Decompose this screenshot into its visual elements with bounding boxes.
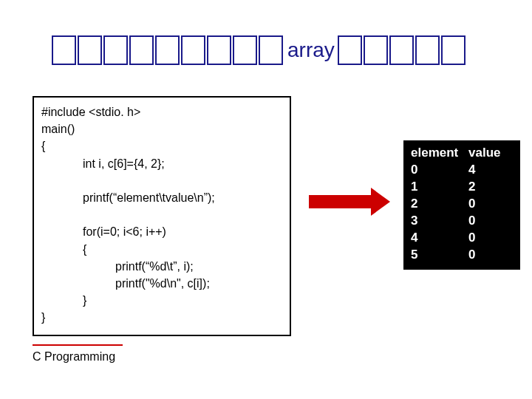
code-line: } bbox=[41, 309, 282, 326]
output-row: 20 bbox=[411, 196, 513, 213]
placeholder-glyph-icon bbox=[233, 35, 257, 65]
output-cell-element: 1 bbox=[411, 179, 468, 196]
code-line bbox=[41, 206, 282, 223]
placeholder-glyph-icon bbox=[364, 35, 388, 65]
slide-title: array bbox=[52, 28, 467, 72]
output-cell-element: 5 bbox=[411, 247, 468, 264]
program-output: element value 041220304050 bbox=[403, 140, 520, 270]
code-line: { bbox=[41, 137, 282, 154]
arrow-right-icon bbox=[309, 191, 390, 213]
output-cell-value: 4 bbox=[468, 162, 475, 179]
placeholder-glyph-icon bbox=[103, 35, 128, 65]
placeholder-glyph-icon bbox=[181, 35, 205, 65]
output-cell-value: 0 bbox=[468, 247, 475, 264]
code-line: printf(“element\tvalue\n”); bbox=[41, 189, 282, 206]
output-cell-element: 3 bbox=[411, 213, 468, 230]
placeholder-glyph-icon bbox=[338, 35, 362, 65]
placeholder-glyph-icon bbox=[155, 35, 180, 65]
code-line: printf(“%d\t”, i); bbox=[41, 258, 282, 275]
placeholder-glyph-icon bbox=[78, 35, 102, 65]
code-line: printf("%d\n", c[i]); bbox=[41, 275, 282, 292]
code-line: #include <stdio. h> bbox=[41, 103, 282, 120]
placeholder-glyph-icon bbox=[259, 35, 283, 65]
output-row: 04 bbox=[411, 162, 513, 179]
code-line: { bbox=[41, 241, 282, 258]
code-line bbox=[41, 172, 282, 189]
code-line: for(i=0; i<6; i++) bbox=[41, 223, 282, 240]
code-line: main() bbox=[41, 120, 282, 137]
output-cell-element: 0 bbox=[411, 162, 468, 179]
output-cell-value: 0 bbox=[468, 196, 475, 213]
code-line: } bbox=[41, 292, 282, 309]
footer-text: C Programming bbox=[33, 350, 115, 364]
title-word: array bbox=[287, 38, 335, 62]
placeholder-glyph-icon bbox=[52, 35, 76, 65]
footer-accent-line bbox=[33, 344, 123, 346]
output-header-element: element bbox=[411, 145, 468, 162]
output-row: 30 bbox=[411, 213, 513, 230]
output-row: 50 bbox=[411, 247, 513, 264]
placeholder-glyph-icon bbox=[129, 35, 154, 65]
placeholder-glyph-icon bbox=[389, 35, 414, 65]
placeholder-glyph-icon bbox=[207, 35, 231, 65]
placeholder-glyph-icon bbox=[441, 35, 466, 65]
placeholder-glyph-icon bbox=[415, 35, 440, 65]
output-cell-value: 0 bbox=[468, 230, 475, 247]
output-cell-element: 2 bbox=[411, 196, 468, 213]
output-cell-value: 0 bbox=[468, 213, 475, 230]
output-row: 12 bbox=[411, 179, 513, 196]
code-line: int i, c[6]={4, 2}; bbox=[41, 155, 282, 172]
output-row: 40 bbox=[411, 230, 513, 247]
code-block: #include <stdio. h>main(){int i, c[6]={4… bbox=[33, 96, 291, 336]
output-header-value: value bbox=[468, 145, 500, 162]
output-cell-element: 4 bbox=[411, 230, 468, 247]
output-cell-value: 2 bbox=[468, 179, 475, 196]
